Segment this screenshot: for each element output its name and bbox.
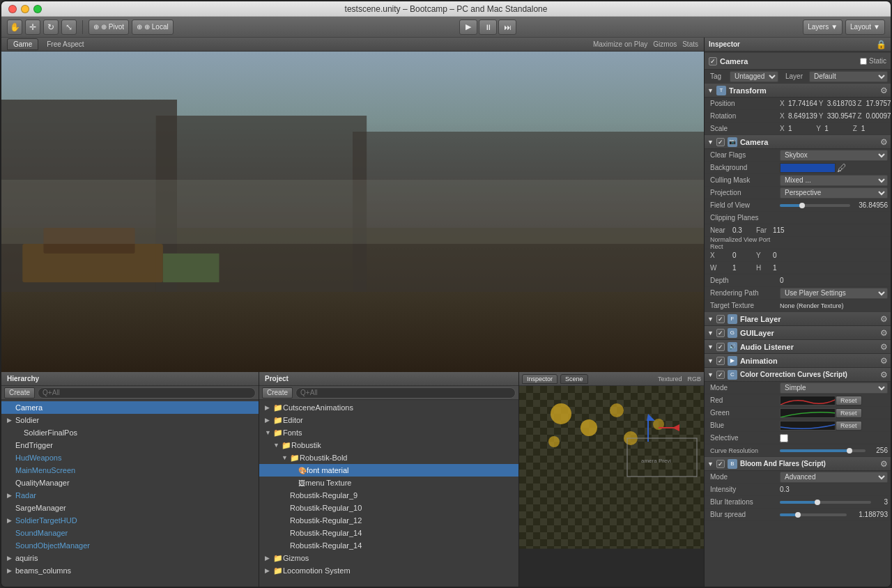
depth-value[interactable]: 0 [780, 277, 888, 284]
step-button[interactable]: ⏭ [498, 20, 516, 35]
gui-layer-foldout[interactable]: ▼ ✓ G GUILayer ⚙ [705, 326, 891, 340]
minimize-button[interactable] [21, 5, 29, 13]
hierarchy-item[interactable]: MainMenuScreen [1, 464, 259, 477]
hierarchy-item[interactable]: ▶Soldier [1, 414, 259, 426]
green-curve-display[interactable] [780, 408, 836, 418]
hierarchy-item[interactable]: ▶Radar [1, 489, 259, 502]
project-item[interactable]: Robustik-Regular_14 [259, 527, 518, 539]
project-item[interactable]: ▼📁 Fonts [259, 426, 518, 439]
blur-iterations-thumb[interactable] [815, 500, 820, 505]
layout-button[interactable]: Layout ▼ [845, 20, 885, 35]
flare-layer-checkbox[interactable]: ✓ [716, 315, 725, 323]
scale-tool-button[interactable]: ⤡ [61, 20, 77, 35]
project-item[interactable]: ▶📁 CutsceneAnimations [259, 401, 518, 414]
projection-select[interactable]: Perspective [780, 187, 888, 199]
project-item[interactable]: ▶📁 Editor [259, 414, 518, 426]
stats-label[interactable]: Stats [682, 40, 698, 48]
fov-slider-thumb[interactable] [799, 203, 805, 208]
position-y-value[interactable]: 3.618703 [827, 100, 856, 107]
flare-layer-gear-icon[interactable]: ⚙ [880, 314, 888, 324]
pivot-button[interactable]: ⊕ ⊕ Pivot [89, 20, 129, 35]
layer-select[interactable]: Default [809, 71, 888, 82]
blue-curve-display[interactable] [780, 421, 836, 431]
lock-icon[interactable]: 🔒 [876, 40, 886, 49]
scale-z-value[interactable]: 1 [861, 125, 888, 132]
viewport-y-value[interactable]: 0 [773, 252, 794, 259]
blur-spread-track[interactable] [780, 513, 847, 516]
rotation-y-value[interactable]: 330.9547 [827, 112, 856, 120]
camera-gear-icon[interactable]: ⚙ [880, 137, 888, 147]
blur-iterations-value[interactable]: 3 [874, 498, 888, 506]
camera-foldout[interactable]: ▼ ✓ 📷 Camera ⚙ [705, 135, 891, 149]
hierarchy-item[interactable]: ▶SoldierTargetHUD [1, 514, 259, 527]
rendering-path-select[interactable]: Use Player Settings [780, 288, 888, 299]
viewport-h-value[interactable]: 1 [773, 264, 794, 272]
audio-listener-foldout[interactable]: ▼ ✓ 🔊 Audio Listener ⚙ [705, 340, 891, 354]
project-item[interactable]: ▼📁 Robustik-Bold [259, 451, 518, 464]
curve-resolution-value[interactable]: 256 [868, 447, 888, 454]
static-checkbox[interactable]: Static [860, 57, 886, 65]
hierarchy-item[interactable]: Camera [1, 401, 259, 414]
local-button[interactable]: ⊕ ⊕ Local [132, 20, 174, 35]
curve-resolution-thumb[interactable] [847, 448, 852, 454]
blur-spread-thumb[interactable] [795, 512, 801, 518]
bloom-intensity-value[interactable]: 0.3 [780, 486, 888, 493]
project-item[interactable]: ▼📁 Robustik [259, 439, 518, 451]
clear-flags-select[interactable]: Skybox [780, 150, 888, 161]
gizmos-label[interactable]: Gizmos [653, 40, 677, 48]
hierarchy-create-button[interactable]: Create [4, 387, 35, 399]
color-correction-gear-icon[interactable]: ⚙ [880, 370, 888, 380]
rotation-x-value[interactable]: 8.649139 [788, 112, 817, 120]
curve-resolution-track[interactable] [780, 449, 866, 452]
hierarchy-item[interactable]: SoundObjectManager [1, 539, 259, 552]
bloom-checkbox[interactable]: ✓ [716, 460, 725, 468]
audio-listener-checkbox[interactable]: ✓ [716, 343, 725, 351]
window-controls[interactable] [8, 5, 42, 13]
hierarchy-item[interactable]: SoldierFinalPos [1, 426, 259, 439]
tag-select[interactable]: Untagged [730, 71, 778, 82]
cc-mode-select[interactable]: Simple [780, 382, 888, 394]
project-item[interactable]: Robustik-Regular_9 [259, 489, 518, 502]
object-enabled-checkbox[interactable]: ✓ [709, 57, 717, 65]
camera-enabled-checkbox[interactable]: ✓ [716, 138, 725, 146]
scale-x-value[interactable]: 1 [788, 125, 815, 132]
gui-layer-gear-icon[interactable]: ⚙ [880, 328, 888, 338]
color-correction-foldout[interactable]: ▼ ✓ C Color Correction Curves (Script) ⚙ [705, 368, 891, 382]
rotate-tool-button[interactable]: ↻ [43, 20, 59, 35]
gui-layer-checkbox[interactable]: ✓ [716, 329, 725, 337]
audio-listener-gear-icon[interactable]: ⚙ [880, 342, 888, 352]
animation-foldout[interactable]: ▼ ✓ ▶ Animation ⚙ [705, 354, 891, 368]
project-item[interactable]: Robustik-Regular_14 [259, 539, 518, 552]
blue-reset-button[interactable]: Reset [836, 421, 862, 431]
hand-tool-button[interactable]: ✋ [7, 20, 22, 35]
project-item[interactable]: 🖼 menu Texture [259, 477, 518, 489]
scene-mini-tab[interactable]: Scene [560, 374, 588, 384]
fov-value[interactable]: 36.84956 [853, 201, 888, 209]
rotation-z-value[interactable]: 0.0009765625 [866, 112, 891, 120]
project-item[interactable]: Robustik-Regular_10 [259, 502, 518, 514]
hierarchy-item[interactable]: ▶aquiris [1, 552, 259, 564]
maximize-button[interactable] [33, 5, 42, 13]
bloom-flares-foldout[interactable]: ▼ ✓ B Bloom And Flares (Script) ⚙ [705, 457, 891, 471]
close-button[interactable] [8, 5, 17, 13]
inspector-mini-tab[interactable]: Inspector [522, 374, 558, 384]
blur-iterations-track[interactable] [780, 501, 871, 504]
maximize-on-play-label[interactable]: Maximize on Play [593, 40, 647, 48]
hierarchy-item[interactable]: SoundManager [1, 527, 259, 539]
hierarchy-search-input[interactable] [38, 387, 256, 399]
scale-y-value[interactable]: 1 [824, 125, 851, 132]
pause-button[interactable]: ⏸ [479, 20, 497, 35]
culling-mask-select[interactable]: Mixed ... [780, 175, 888, 186]
fov-slider-track[interactable] [780, 204, 850, 207]
game-tab[interactable]: Game [7, 38, 38, 50]
color-picker-icon[interactable]: 🖊 [837, 162, 847, 173]
project-item[interactable]: ▶📁 Locomotion System [259, 564, 518, 577]
green-reset-button[interactable]: Reset [836, 408, 862, 418]
animation-checkbox[interactable]: ✓ [716, 357, 725, 365]
static-checkbox-input[interactable] [860, 58, 867, 65]
transform-foldout[interactable]: ▼ T Transform ⚙ [705, 84, 891, 98]
bloom-mode-select[interactable]: Advanced [780, 472, 888, 483]
bloom-gear-icon[interactable]: ⚙ [880, 459, 888, 469]
position-z-value[interactable]: 17.97578 [866, 100, 891, 107]
viewport-x-value[interactable]: 0 [732, 252, 753, 259]
